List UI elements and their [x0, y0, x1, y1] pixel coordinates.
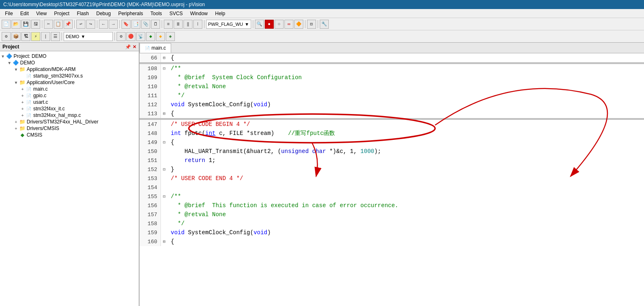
- tree-item[interactable]: ▼ 🔷 Project: DEMO: [0, 53, 139, 59]
- copy-button[interactable]: 📋: [54, 20, 63, 29]
- config3-btn[interactable]: ∞: [284, 20, 293, 29]
- bookmark4-btn[interactable]: 🗒: [151, 20, 160, 29]
- fold-indicator[interactable]: ⊟: [161, 140, 167, 145]
- tb2-btn5[interactable]: |: [41, 32, 50, 41]
- menu-svcs[interactable]: SVCS: [166, 10, 186, 17]
- indent4-btn[interactable]: ⁞: [193, 20, 202, 29]
- tree-item[interactable]: + 📄 main.c: [0, 86, 139, 92]
- fold-indicator[interactable]: ⊞: [161, 111, 167, 116]
- tb2-btn3[interactable]: 🏗: [21, 32, 30, 41]
- menu-debug[interactable]: Debug: [93, 10, 114, 17]
- settings-btn[interactable]: 🔧: [320, 20, 329, 29]
- tree-item[interactable]: 📄 startup_stm32f407xx.s: [0, 73, 139, 79]
- tree-item[interactable]: + 📄 gpio.c: [0, 92, 139, 99]
- paste-button[interactable]: 📌: [64, 20, 73, 29]
- menu-edit[interactable]: Edit: [17, 10, 32, 17]
- target-dropdown[interactable]: DEMO ▼: [64, 32, 113, 41]
- expand-icon[interactable]: +: [13, 126, 19, 131]
- code-area[interactable]: 66⊞{108⊟/**109 * @brief System Clock Con…: [140, 53, 644, 306]
- code-content: /* USER CODE BEGIN 4 */: [167, 120, 644, 129]
- expand-icon[interactable]: ▼: [13, 80, 19, 85]
- tb2-build-btn[interactable]: 🔴: [126, 32, 135, 41]
- fold-indicator[interactable]: ⊞: [161, 55, 167, 60]
- expand-icon[interactable]: +: [13, 120, 19, 124]
- tree-item[interactable]: + 📄 stm32f4xx_it.c: [0, 105, 139, 112]
- code-line: 111 */: [140, 91, 644, 100]
- indent3-btn[interactable]: ‖: [183, 20, 193, 29]
- expand-icon[interactable]: +: [20, 100, 25, 105]
- sep6: [204, 20, 204, 28]
- tree-item[interactable]: + 📄 stm32f4xx_hal_msp.c: [0, 112, 139, 119]
- tree-item[interactable]: + 📄 usart.c: [0, 99, 139, 105]
- tree-item[interactable]: + 📁 Drivers/CMSIS: [0, 125, 139, 132]
- code-content: int fputc(int c, FILE *stream) //重写fputc…: [167, 129, 644, 138]
- gem-icon: ◆: [19, 132, 25, 138]
- tb2-green-btn[interactable]: ◆: [146, 32, 155, 41]
- tb2-btn4[interactable]: ⚡: [31, 32, 40, 41]
- expand-icon[interactable]: +: [20, 113, 25, 118]
- bookmark3-btn[interactable]: 📎: [141, 20, 150, 29]
- bookmark-btn[interactable]: 🔖: [121, 20, 131, 29]
- menu-file[interactable]: File: [2, 10, 16, 17]
- tree-item[interactable]: ▼ 📁 Application/User/Core: [0, 79, 139, 86]
- menu-tools[interactable]: Tools: [147, 10, 165, 17]
- bookmark2-btn[interactable]: 📑: [131, 20, 140, 29]
- menu-view[interactable]: View: [33, 10, 50, 17]
- tab-main-c[interactable]: 📄 main.c: [140, 43, 171, 53]
- menu-window[interactable]: Window: [187, 10, 211, 17]
- line-number: 149: [140, 138, 161, 147]
- fold-indicator[interactable]: ⊟: [161, 167, 167, 172]
- save-all-button[interactable]: 🖫: [31, 20, 40, 29]
- tree-item[interactable]: + 📁 Drivers/STM32F4xx_HAL_Driver: [0, 119, 139, 125]
- tb2-stop-btn[interactable]: ◆: [156, 32, 165, 41]
- fold-indicator[interactable]: ⊟: [161, 194, 167, 199]
- open-button[interactable]: 📂: [11, 20, 21, 29]
- tree-item[interactable]: ▼ 📁 Application/MDK-ARM: [0, 66, 139, 73]
- config2-btn[interactable]: ○: [275, 20, 284, 29]
- tree-label: startup_stm32f407xx.s: [33, 73, 83, 79]
- tree-label: stm32f4xx_hal_msp.c: [33, 112, 81, 118]
- tb2-btn2[interactable]: 📦: [11, 32, 21, 41]
- tree-item[interactable]: ◆ CMSIS: [0, 132, 139, 138]
- menu-help[interactable]: Help: [212, 10, 229, 17]
- expand-icon[interactable]: ▼: [0, 54, 6, 59]
- indent2-btn[interactable]: ≣: [174, 20, 183, 29]
- code-line: 110 * @retval None: [140, 82, 644, 91]
- cut-button[interactable]: ✂: [44, 20, 53, 29]
- expand-icon[interactable]: +: [20, 107, 25, 111]
- line-number: 156: [140, 201, 161, 210]
- tree-label: Application/MDK-ARM: [27, 66, 76, 72]
- indent-btn[interactable]: ≡: [164, 20, 173, 29]
- tb2-btn6[interactable]: ☰: [51, 32, 60, 41]
- find-btn[interactable]: 🔍: [255, 20, 264, 29]
- menu-project[interactable]: Project: [51, 10, 73, 17]
- undo-button[interactable]: ↩: [76, 20, 85, 29]
- tb2-btn1[interactable]: ⚙: [2, 32, 11, 41]
- save-button[interactable]: 💾: [21, 20, 30, 29]
- pin-icon[interactable]: 📌: [125, 44, 131, 50]
- expand-icon[interactable]: +: [20, 87, 25, 91]
- tb2-flash-btn[interactable]: 📡: [136, 32, 145, 41]
- config4-btn[interactable]: 🔶: [294, 20, 303, 29]
- config-btn[interactable]: ●: [265, 20, 274, 29]
- fold-indicator[interactable]: ⊟: [161, 66, 167, 71]
- nav-fwd[interactable]: →: [109, 20, 118, 29]
- tb2-config-btn[interactable]: ⚙: [117, 32, 126, 41]
- menu-flash[interactable]: Flash: [73, 10, 92, 17]
- code-line: 109 * @brief System Clock Configuration: [140, 73, 644, 82]
- fold-indicator[interactable]: ⊞: [161, 239, 167, 244]
- line-number: 151: [140, 156, 161, 165]
- tb2-extra-btn[interactable]: ◆: [166, 32, 175, 41]
- view-btn[interactable]: ⊟: [307, 20, 316, 29]
- new-button[interactable]: 📄: [2, 20, 11, 29]
- expand-icon[interactable]: +: [20, 94, 25, 98]
- nav-back[interactable]: ←: [99, 20, 108, 29]
- menu-peripherals[interactable]: Peripherals: [115, 10, 147, 17]
- line-number: 148: [140, 129, 161, 138]
- redo-button[interactable]: ↪: [86, 20, 95, 29]
- expand-icon[interactable]: ▼: [7, 61, 12, 65]
- tree-item[interactable]: ▼ 🔷 DEMO: [0, 59, 139, 66]
- expand-icon[interactable]: ▼: [13, 67, 19, 72]
- close-panel-button[interactable]: ✕: [133, 44, 136, 50]
- symbol-dropdown[interactable]: PWR_FLAG_WU ▼: [206, 20, 251, 29]
